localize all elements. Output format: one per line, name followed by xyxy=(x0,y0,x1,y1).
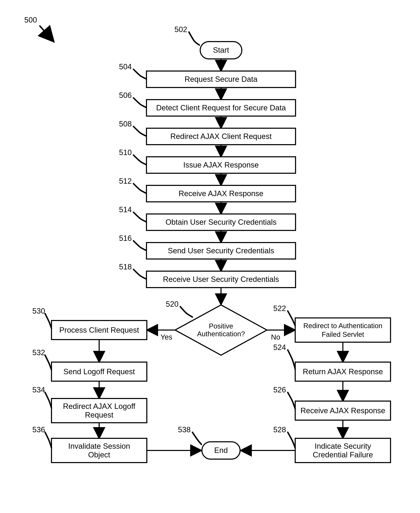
node-528-text2: Credential Failure xyxy=(313,450,373,459)
callout-path-520 xyxy=(180,307,192,317)
callout-path-538 xyxy=(192,432,202,444)
node-522 xyxy=(295,318,390,342)
node-514-text: Obtain User Security Credentials xyxy=(165,218,277,226)
node-522-text2: Failed Servlet xyxy=(322,330,364,338)
node-510-text: Issue AJAX Response xyxy=(183,161,259,169)
callout-path-510 xyxy=(134,155,146,165)
node-506-text: Detect Client Request for Secure Data xyxy=(156,103,286,112)
callout-508: 508 xyxy=(119,119,132,128)
figure-arrow xyxy=(40,26,54,42)
callout-path-534 xyxy=(45,392,52,408)
end-label: End xyxy=(214,446,228,454)
node-508-text: Redirect AJAX Client Request xyxy=(170,132,272,140)
callout-path-532 xyxy=(45,355,52,370)
callout-524: 524 xyxy=(273,343,286,352)
callout-526: 526 xyxy=(273,386,286,394)
callout-510: 510 xyxy=(119,148,132,157)
callout-538: 538 xyxy=(178,425,191,434)
callout-path-504 xyxy=(134,69,146,79)
node-536-text2: Object xyxy=(88,450,110,459)
callout-path-536 xyxy=(45,432,52,448)
callout-path-522 xyxy=(288,311,295,326)
callout-502: 502 xyxy=(174,25,187,34)
callout-516: 516 xyxy=(119,234,132,242)
callout-520: 520 xyxy=(166,300,179,308)
callout-path-502 xyxy=(189,32,199,45)
node-534-text2: Request xyxy=(85,410,113,419)
callout-536: 536 xyxy=(32,425,45,434)
callout-514: 514 xyxy=(119,205,132,214)
start-label: Start xyxy=(213,46,229,54)
callout-path-514 xyxy=(134,212,146,222)
flowchart: 500 Start 502 Request Secure Data 504 De… xyxy=(0,0,420,513)
callout-530: 530 xyxy=(32,307,45,315)
callout-path-512 xyxy=(134,184,146,193)
callout-506: 506 xyxy=(119,91,132,99)
decision-text1: Positive xyxy=(209,322,233,330)
node-526-text: Receive AJAX Response xyxy=(300,406,385,415)
node-504-text: Request Secure Data xyxy=(185,75,258,83)
callout-518: 518 xyxy=(119,263,132,271)
callout-528: 528 xyxy=(273,425,286,434)
node-522-text1: Redirect to Authentication xyxy=(303,322,382,330)
callout-504: 504 xyxy=(119,62,132,71)
figure-number: 500 xyxy=(24,15,37,24)
node-536-text1: Invalidate Session xyxy=(68,442,130,450)
callout-path-526 xyxy=(288,392,295,409)
callout-path-516 xyxy=(134,241,146,250)
callout-532: 532 xyxy=(32,348,45,357)
yes-label: Yes xyxy=(160,333,172,341)
callout-path-506 xyxy=(134,98,146,107)
callout-522: 522 xyxy=(273,304,286,313)
callout-path-518 xyxy=(134,269,146,279)
node-530-text: Process Client Request xyxy=(59,326,139,334)
node-516-text: Send User Security Credentials xyxy=(168,246,274,255)
callout-path-508 xyxy=(134,126,146,136)
callout-path-524 xyxy=(288,350,295,369)
callout-path-528 xyxy=(288,432,295,448)
node-532-text: Send Logoff Request xyxy=(63,367,135,376)
node-524-text: Return AJAX Response xyxy=(303,367,383,376)
node-518-text: Receive User Security Credentials xyxy=(163,275,279,283)
callout-512: 512 xyxy=(119,177,132,185)
node-512-text: Receive AJAX Response xyxy=(179,189,263,198)
node-534-text1: Redirect AJAX Logoff xyxy=(63,402,135,410)
callout-534: 534 xyxy=(32,386,45,394)
node-528-text1: Indicate Security xyxy=(315,442,371,450)
callout-path-530 xyxy=(45,314,52,328)
decision-text2: Authentication? xyxy=(197,330,245,338)
no-label: No xyxy=(271,333,280,341)
